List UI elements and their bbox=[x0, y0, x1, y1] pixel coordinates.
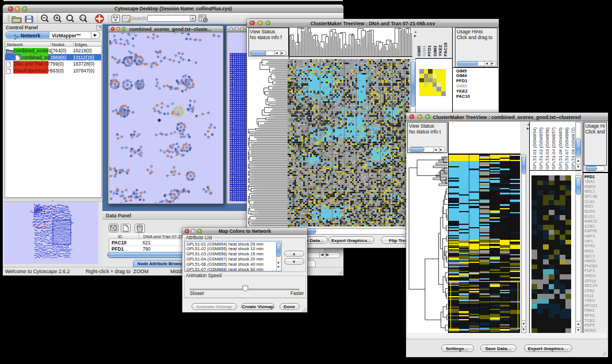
svg-text:GPL51-03 (GSM856): GPL51-03 (GSM856) bbox=[545, 127, 550, 169]
svg-text:GPL51-04 (GSM857): GPL51-04 (GSM857) bbox=[551, 127, 556, 169]
svg-text:GIM5: GIM5 bbox=[416, 45, 422, 56]
svg-text:PFD1: PFD1 bbox=[427, 45, 432, 56]
svg-text:PAC10: PAC10 bbox=[443, 43, 448, 56]
svg-text:GPL51-07 (GSM868): GPL51-07 (GSM868) bbox=[564, 127, 569, 169]
svg-text:1:1: 1:1 bbox=[81, 17, 85, 20]
svg-text:YKE2: YKE2 bbox=[438, 45, 443, 56]
svg-text:GPL51-06 (GSM865): GPL51-06 (GSM865) bbox=[557, 127, 563, 169]
svg-text:GIM4: GIM4 bbox=[422, 45, 427, 56]
svg-text:GIM3: GIM3 bbox=[433, 45, 438, 56]
svg-text:GPL51-02 (GSM855): GPL51-02 (GSM855) bbox=[538, 127, 543, 169]
svg-text:GPL51-08 (GSM872): GPL51-08 (GSM872) bbox=[571, 127, 575, 169]
svg-text:GPL51-01 (GSM854): GPL51-01 (GSM854) bbox=[531, 127, 537, 169]
